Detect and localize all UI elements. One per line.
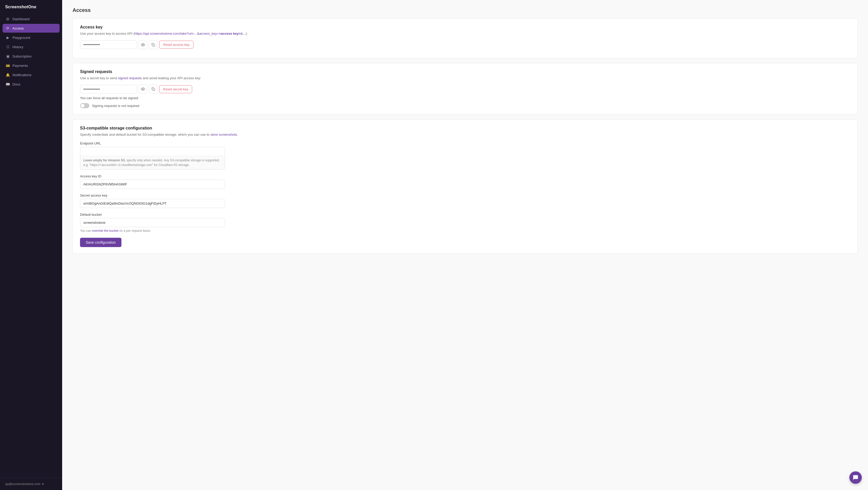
signed-requests-card: Signed requests Use a secret key to send… — [72, 63, 858, 115]
sidebar-item-access[interactable]: ⟳ Access — [3, 24, 60, 33]
default-bucket-group: Default bucket You can override the buck… — [80, 213, 850, 233]
sidebar-item-subscription[interactable]: ▣ Subscription — [3, 52, 60, 61]
sidebar-nav: ⊞ Dashboard ⟳ Access ▶ Playground ☷ Hist… — [0, 13, 62, 478]
page-title: Access — [72, 7, 858, 13]
signed-requests-link[interactable]: signed requests — [118, 76, 142, 80]
sidebar-label-notifications: Notifications — [12, 73, 32, 77]
save-configuration-button[interactable]: Save configuration — [80, 238, 121, 247]
store-screenshots-link[interactable]: store screenshots — [211, 132, 237, 136]
sidebar-item-docs[interactable]: 📖 Docs — [3, 80, 60, 89]
svg-point-0 — [143, 44, 144, 45]
access-key-desc: Use your access key to access API (https… — [80, 31, 850, 36]
sidebar-item-playground[interactable]: ▶ Playground — [3, 33, 60, 42]
signing-required-toggle[interactable] — [80, 103, 89, 108]
eye-icon — [141, 87, 145, 91]
sidebar-label-playground: Playground — [12, 36, 30, 40]
endpoint-url-label: Endpoint URL — [80, 142, 850, 145]
secret-key-input[interactable] — [80, 85, 137, 93]
access-key-id-group: Access key ID — [80, 174, 850, 189]
signed-requests-title: Signed requests — [80, 69, 850, 74]
default-bucket-input[interactable] — [80, 218, 225, 227]
eye-icon — [141, 43, 145, 47]
svg-point-2 — [143, 89, 144, 90]
svg-rect-1 — [153, 44, 155, 47]
notifications-icon: 🔔 — [6, 73, 10, 77]
copy-secret-key-button[interactable] — [149, 85, 158, 93]
endpoint-box: Leave empty for Amazon S3, specify only … — [80, 147, 225, 170]
s3-title: S3-compatible storage configuration — [80, 126, 850, 130]
playground-icon: ▶ — [6, 35, 10, 40]
chat-icon — [853, 475, 859, 481]
reset-secret-key-button[interactable]: Reset secret key — [159, 85, 192, 93]
secret-access-key-label: Secret access key — [80, 193, 850, 197]
svg-rect-3 — [153, 89, 155, 91]
secret-key-input-row: Reset secret key — [80, 85, 850, 93]
sidebar-item-history[interactable]: ☷ History — [3, 42, 60, 51]
endpoint-hint-bold: Leave empty for Amazon S3 — [83, 158, 125, 162]
docs-icon: 📖 — [6, 82, 10, 86]
sidebar-item-notifications[interactable]: 🔔 Notifications — [3, 70, 60, 79]
sidebar-label-history: History — [12, 45, 23, 49]
force-sign-label: You can force all requests to be signed: — [80, 96, 850, 100]
sidebar-label-payments: Payments — [12, 64, 28, 68]
toggle-label: Signing requests is not required — [92, 104, 139, 108]
api-url-link[interactable]: https://api.screenshotone.com/take?url=.… — [134, 32, 246, 35]
sidebar-label-docs: Docs — [12, 82, 21, 86]
endpoint-url-group: Endpoint URL Leave empty for Amazon S3, … — [80, 142, 850, 170]
override-bucket-link[interactable]: override the bucket — [92, 229, 118, 233]
access-key-title: Access key — [80, 25, 850, 30]
access-key-id-input[interactable] — [80, 180, 225, 189]
secret-access-key-input[interactable] — [80, 199, 225, 208]
chat-button[interactable] — [849, 471, 862, 484]
save-configuration-row: Save configuration — [80, 238, 850, 247]
main-content: Access Access key Use your access key to… — [62, 0, 868, 490]
toggle-row: Signing requests is not required — [80, 103, 850, 108]
sidebar-label-subscription: Subscription — [12, 54, 32, 58]
payments-icon: 💳 — [6, 63, 10, 68]
access-key-id-label: Access key ID — [80, 174, 850, 178]
sidebar-label-access: Access — [12, 26, 24, 30]
toggle-access-key-visibility-button[interactable] — [138, 40, 147, 49]
endpoint-hint: Leave empty for Amazon S3, specify only … — [80, 156, 225, 170]
chevron-down-icon: ▾ — [42, 482, 44, 486]
reset-access-key-button[interactable]: Reset access key — [159, 41, 193, 49]
subscription-icon: ▣ — [6, 54, 10, 58]
s3-desc: Specify credentials and default bucket f… — [80, 132, 850, 137]
s3-config-card: S3-compatible storage configuration Spec… — [72, 119, 858, 253]
endpoint-url-input[interactable] — [80, 147, 225, 156]
copy-icon — [152, 43, 155, 47]
sidebar: ScreenshotOne ⊞ Dashboard ⟳ Access ▶ Pla… — [0, 0, 62, 490]
copy-access-key-button[interactable] — [149, 40, 158, 49]
access-icon: ⟳ — [6, 26, 10, 30]
bucket-hint: You can override the bucket on a per req… — [80, 228, 850, 233]
access-key-input[interactable] — [80, 40, 137, 49]
copy-icon — [152, 87, 155, 91]
default-bucket-label: Default bucket — [80, 213, 850, 216]
dashboard-icon: ⊞ — [6, 17, 10, 21]
user-email: qa@screenshotone.com — [5, 482, 40, 486]
sidebar-label-dashboard: Dashboard — [12, 17, 30, 21]
toggle-secret-key-visibility-button[interactable] — [138, 85, 147, 93]
app-logo: ScreenshotOne — [0, 0, 62, 13]
history-icon: ☷ — [6, 45, 10, 49]
secret-access-key-group: Secret access key — [80, 193, 850, 208]
access-key-card: Access key Use your access key to access… — [72, 19, 858, 58]
sidebar-item-dashboard[interactable]: ⊞ Dashboard — [3, 14, 60, 23]
signed-requests-desc: Use a secret key to send signed requests… — [80, 75, 850, 81]
access-key-input-row: Reset access key — [80, 40, 850, 49]
sidebar-item-payments[interactable]: 💳 Payments — [3, 61, 60, 70]
user-account[interactable]: qa@screenshotone.com ▾ — [0, 478, 62, 490]
